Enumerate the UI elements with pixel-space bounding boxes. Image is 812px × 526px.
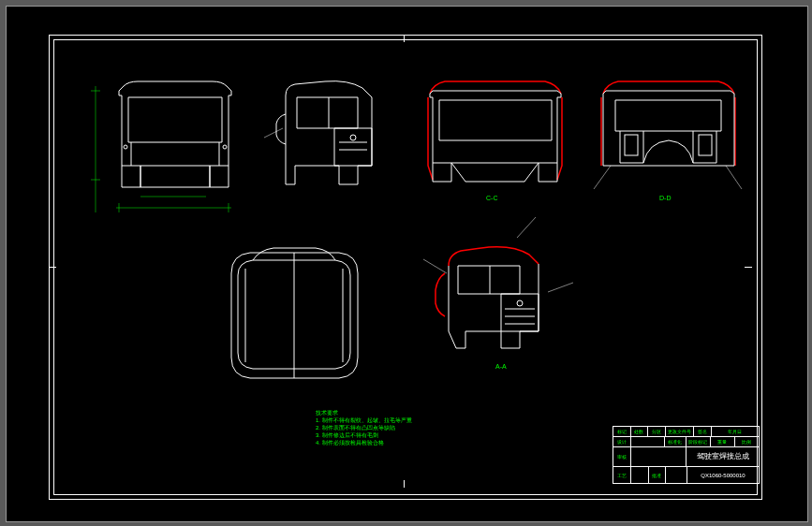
tb-r1-c6: 年月日 <box>712 427 759 436</box>
tb-r4-c2 <box>631 467 649 484</box>
cad-canvas: C-C D-D <box>6 6 808 522</box>
note-1: 1. 制件不得有裂纹、起皱、拉毛等严重 <box>316 416 484 424</box>
view-section-cc: C-C <box>419 77 573 226</box>
svg-point-13 <box>350 135 356 140</box>
label-aa: A-A <box>495 363 507 370</box>
tick-left <box>49 267 56 268</box>
tb-r1-c1: 标记 <box>613 427 631 436</box>
view-front <box>96 77 250 226</box>
view-section-dd: D-D <box>592 77 746 226</box>
tb-r1-c5: 签名 <box>694 427 712 436</box>
tick-bottom <box>404 480 405 488</box>
svg-line-18 <box>594 166 611 189</box>
svg-line-19 <box>726 166 742 189</box>
label-cc: C-C <box>486 195 497 201</box>
svg-point-9 <box>124 145 127 149</box>
tb-r4-c4 <box>666 467 687 484</box>
tb-r1-c2: 处数 <box>631 427 649 436</box>
tb-r2-c7: 比例 <box>735 437 759 446</box>
view-top <box>217 245 372 395</box>
tb-r4-c3: 批准 <box>649 467 667 484</box>
note-2: 2. 制件表面不得有凸凹点等缺陷 <box>316 424 484 431</box>
tb-r3-c1: 审核 <box>613 447 631 466</box>
tick-right <box>745 267 752 268</box>
drawing-no: QX1060-5000010 <box>687 467 759 484</box>
technical-notes: 技术要求 1. 制件不得有裂纹、起皱、拉毛等严重 2. 制件表面不得有凸凹点等缺… <box>316 409 484 446</box>
label-dd: D-D <box>659 195 671 201</box>
svg-point-10 <box>223 145 227 149</box>
tb-r2-c6: 重量 <box>711 437 735 446</box>
tb-r1-c4: 更改文件号 <box>666 427 694 436</box>
note-3: 3. 制件修边后不得有毛刺 <box>316 431 484 439</box>
tb-r3-c2 <box>631 447 687 466</box>
part-name: 驾驶室焊接总成 <box>687 447 759 466</box>
note-4: 4. 制件必须按检具检验合格 <box>316 439 484 446</box>
svg-rect-17 <box>699 135 712 155</box>
tb-r4-c1: 工艺 <box>613 467 631 484</box>
title-block: 标记 处数 分区 更改文件号 签名 年月日 设计 标准化 阶段标记 重量 比例 … <box>613 426 760 484</box>
view-section-aa: A-A <box>428 245 583 395</box>
view-side <box>269 77 391 226</box>
svg-line-25 <box>548 283 573 292</box>
tb-r2-c1: 设计 <box>613 437 631 446</box>
tick-top <box>404 35 405 42</box>
svg-rect-16 <box>625 135 638 155</box>
svg-point-27 <box>517 300 523 306</box>
tb-r2-c3: 标准化 <box>665 437 687 446</box>
tb-r1-c3: 分区 <box>648 427 666 436</box>
notes-title: 技术要求 <box>316 409 484 416</box>
tb-r2-c2 <box>631 437 665 446</box>
tb-r2-c5: 阶段标记 <box>687 437 711 446</box>
